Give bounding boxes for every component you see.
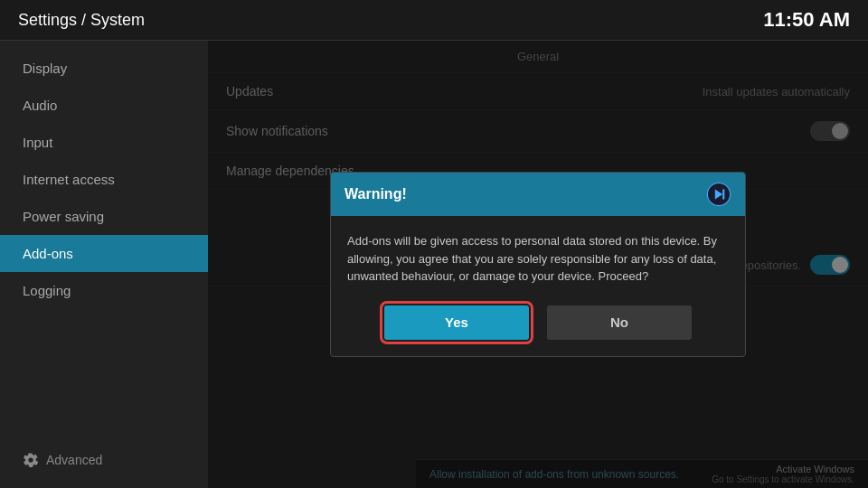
page-title: Settings / System <box>18 11 145 30</box>
content-area: General Updates Install updates automati… <box>208 41 868 488</box>
warning-dialog: Warning! Add-ons will be given access to… <box>330 172 746 357</box>
advanced-label: Advanced <box>46 453 102 467</box>
dialog-header: Warning! <box>331 173 745 216</box>
sidebar-item-internet-access[interactable]: Internet access <box>0 161 208 198</box>
dialog-overlay: Warning! Add-ons will be given access to… <box>208 41 868 488</box>
sidebar-item-add-ons[interactable]: Add-ons <box>0 235 208 272</box>
dialog-body: Add-ons will be given access to personal… <box>331 216 745 296</box>
no-button[interactable]: No <box>547 305 692 340</box>
gear-icon <box>23 452 39 468</box>
dialog-buttons: Yes No <box>331 296 745 356</box>
sidebar-item-input[interactable]: Input <box>0 124 208 161</box>
main-layout: Display Audio Input Internet access Powe… <box>0 41 868 488</box>
sidebar: Display Audio Input Internet access Powe… <box>0 41 208 488</box>
sidebar-nav: Display Audio Input Internet access Powe… <box>0 50 208 309</box>
sidebar-item-display[interactable]: Display <box>0 50 208 87</box>
sidebar-item-audio[interactable]: Audio <box>0 87 208 124</box>
clock: 11:50 AM <box>763 8 850 32</box>
sidebar-item-power-saving[interactable]: Power saving <box>0 198 208 235</box>
kodi-logo-icon <box>706 182 731 207</box>
svg-rect-2 <box>722 190 724 200</box>
yes-button[interactable]: Yes <box>384 305 529 340</box>
sidebar-item-logging[interactable]: Logging <box>0 272 208 309</box>
advanced-button[interactable]: Advanced <box>0 441 208 479</box>
dialog-title: Warning! <box>344 186 407 202</box>
